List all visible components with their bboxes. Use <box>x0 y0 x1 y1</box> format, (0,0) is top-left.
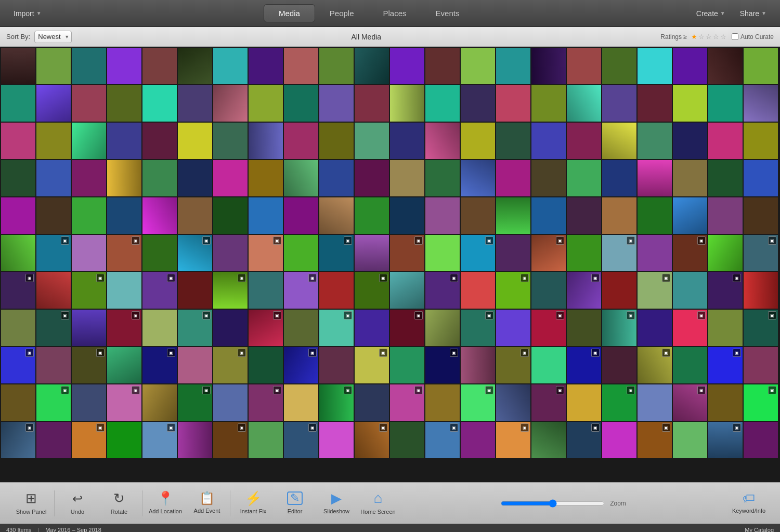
list-item[interactable] <box>461 123 495 159</box>
list-item[interactable] <box>107 272 141 309</box>
list-item[interactable] <box>638 48 672 84</box>
list-item[interactable] <box>107 85 141 122</box>
list-item[interactable] <box>602 347 636 383</box>
list-item[interactable] <box>425 310 460 346</box>
list-item[interactable] <box>107 422 141 458</box>
list-item[interactable] <box>744 347 778 383</box>
list-item[interactable] <box>284 235 318 271</box>
slideshow-button[interactable]: ▶ Slideshow <box>316 485 357 522</box>
list-item[interactable] <box>744 48 778 84</box>
list-item[interactable] <box>178 422 212 458</box>
list-item[interactable] <box>1 160 35 196</box>
list-item[interactable] <box>602 160 636 196</box>
list-item[interactable] <box>36 160 71 196</box>
list-item[interactable] <box>673 85 707 122</box>
list-item[interactable] <box>602 272 636 309</box>
list-item[interactable]: ▣ <box>178 235 212 271</box>
list-item[interactable] <box>567 235 601 271</box>
list-item[interactable] <box>638 85 672 122</box>
list-item[interactable] <box>72 85 106 122</box>
list-item[interactable] <box>390 85 424 122</box>
list-item[interactable] <box>213 85 248 122</box>
list-item[interactable] <box>1 48 35 84</box>
list-item[interactable] <box>673 123 707 159</box>
list-item[interactable] <box>602 197 636 234</box>
list-item[interactable] <box>36 123 71 159</box>
list-item[interactable] <box>673 422 707 458</box>
list-item[interactable] <box>744 160 778 196</box>
auto-curate-checkbox[interactable] <box>732 33 738 40</box>
list-item[interactable] <box>425 123 460 159</box>
list-item[interactable] <box>1 235 35 271</box>
list-item[interactable] <box>390 48 424 84</box>
list-item[interactable] <box>319 272 354 309</box>
list-item[interactable] <box>673 160 707 196</box>
list-item[interactable] <box>673 272 707 309</box>
rating-stars[interactable]: ★☆☆☆☆ <box>691 33 727 41</box>
keyword-info-button[interactable]: 🏷 Keyword/Info <box>728 485 770 522</box>
list-item[interactable] <box>638 123 672 159</box>
list-item[interactable] <box>531 197 566 234</box>
list-item[interactable] <box>249 422 283 458</box>
list-item[interactable] <box>390 197 424 234</box>
list-item[interactable]: ▣ <box>72 347 106 383</box>
list-item[interactable]: ▣ <box>602 384 636 421</box>
list-item[interactable]: ▣ <box>107 310 141 346</box>
list-item[interactable] <box>142 384 177 421</box>
list-item[interactable]: ▣ <box>708 422 743 458</box>
list-item[interactable] <box>213 160 248 196</box>
list-item[interactable] <box>708 235 743 271</box>
list-item[interactable] <box>213 235 248 271</box>
list-item[interactable] <box>249 347 283 383</box>
editor-button[interactable]: ✎ Editor <box>274 485 316 522</box>
list-item[interactable] <box>284 384 318 421</box>
list-item[interactable] <box>744 197 778 234</box>
list-item[interactable]: ▣ <box>72 422 106 458</box>
list-item[interactable] <box>708 85 743 122</box>
list-item[interactable] <box>1 123 35 159</box>
list-item[interactable] <box>319 422 354 458</box>
list-item[interactable] <box>461 85 495 122</box>
list-item[interactable] <box>708 160 743 196</box>
list-item[interactable] <box>496 160 530 196</box>
list-item[interactable] <box>1 384 35 421</box>
list-item[interactable] <box>531 347 566 383</box>
list-item[interactable]: ▣ <box>390 235 424 271</box>
list-item[interactable] <box>319 48 354 84</box>
list-item[interactable] <box>249 160 283 196</box>
list-item[interactable] <box>496 235 530 271</box>
list-item[interactable]: ▣ <box>425 422 460 458</box>
list-item[interactable]: ▣ <box>142 422 177 458</box>
list-item[interactable] <box>496 197 530 234</box>
list-item[interactable] <box>284 85 318 122</box>
list-item[interactable] <box>213 48 248 84</box>
create-button[interactable]: Create ▼ <box>691 6 731 21</box>
list-item[interactable] <box>638 235 672 271</box>
list-item[interactable] <box>72 235 106 271</box>
list-item[interactable]: ▣ <box>355 272 389 309</box>
list-item[interactable] <box>1 85 35 122</box>
list-item[interactable] <box>390 160 424 196</box>
list-item[interactable] <box>249 272 283 309</box>
list-item[interactable]: ▣ <box>178 310 212 346</box>
list-item[interactable] <box>567 85 601 122</box>
list-item[interactable]: ▣ <box>36 384 71 421</box>
list-item[interactable]: ▣ <box>673 310 707 346</box>
list-item[interactable] <box>531 123 566 159</box>
list-item[interactable]: ▣ <box>567 422 601 458</box>
list-item[interactable]: ▣ <box>249 235 283 271</box>
list-item[interactable] <box>355 197 389 234</box>
tab-media[interactable]: Media <box>264 4 315 22</box>
list-item[interactable] <box>107 347 141 383</box>
list-item[interactable] <box>213 310 248 346</box>
list-item[interactable]: ▣ <box>213 422 248 458</box>
list-item[interactable]: ▣ <box>744 235 778 271</box>
list-item[interactable] <box>461 160 495 196</box>
list-item[interactable] <box>602 85 636 122</box>
list-item[interactable] <box>178 160 212 196</box>
list-item[interactable] <box>36 197 71 234</box>
list-item[interactable]: ▣ <box>425 347 460 383</box>
list-item[interactable] <box>390 422 424 458</box>
list-item[interactable]: ▣ <box>36 310 71 346</box>
list-item[interactable] <box>355 123 389 159</box>
